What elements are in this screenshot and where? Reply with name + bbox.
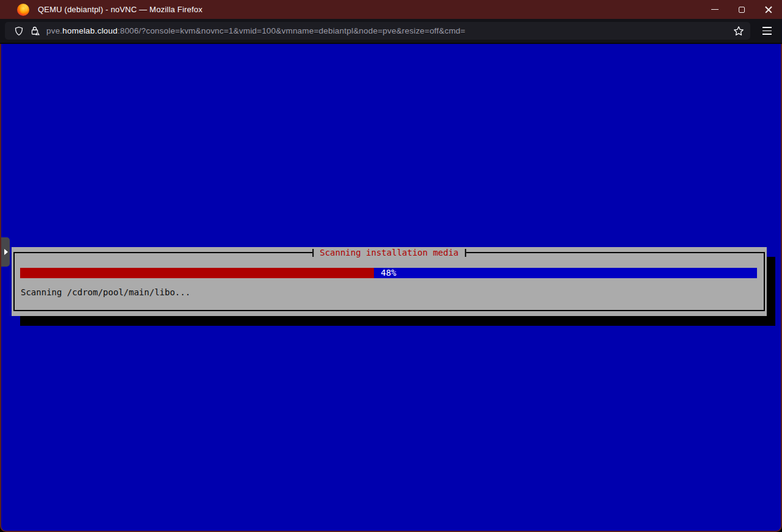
dialog-border — [13, 252, 765, 311]
maximize-icon — [739, 7, 745, 13]
close-icon — [765, 6, 772, 13]
vnc-screen[interactable]: Scanning installation media 48% Scanning… — [0, 44, 782, 532]
titlebar: QEMU (debiantpl) - noVNC — Mozilla Firef… — [0, 0, 782, 19]
novnc-controlbar-handle[interactable] — [1, 237, 10, 267]
url-prefix: pve. — [46, 26, 62, 35]
url-suffix: :8006/?console=kvm&novnc=1&vmid=100&vmna… — [118, 26, 465, 35]
window-controls — [701, 0, 782, 19]
url-toolbar: pve.homelab.cloud:8006/?console=kvm&novn… — [0, 19, 782, 44]
menu-hamburger-icon[interactable] — [756, 22, 777, 40]
url-domain: homelab.cloud — [62, 26, 117, 35]
installer-dialog: Scanning installation media 48% Scanning… — [12, 247, 767, 316]
url-bar[interactable]: pve.homelab.cloud:8006/?console=kvm&novn… — [5, 22, 750, 40]
close-button[interactable] — [755, 0, 782, 19]
title-tick-right — [465, 249, 466, 257]
window-title: QEMU (debiantpl) - noVNC — Mozilla Firef… — [38, 5, 203, 14]
firefox-window: QEMU (debiantpl) - noVNC — Mozilla Firef… — [0, 0, 782, 532]
dialog-title-bar: Scanning installation media — [312, 248, 466, 258]
url-input[interactable]: pve.homelab.cloud:8006/?console=kvm&novn… — [46, 26, 731, 35]
minimize-button[interactable] — [701, 0, 728, 19]
progress-bar: 48% — [20, 268, 757, 278]
dialog-status-text: Scanning /cdrom/pool/main/libo... — [21, 287, 190, 297]
maximize-button[interactable] — [728, 0, 755, 19]
expand-arrow-icon — [4, 249, 8, 255]
dialog-title: Scanning installation media — [314, 248, 465, 258]
progress-percent-label: 48% — [20, 268, 757, 278]
shield-icon[interactable] — [11, 23, 27, 39]
firefox-icon — [17, 4, 29, 16]
insecure-lock-icon[interactable] — [27, 23, 43, 39]
minimize-icon — [711, 9, 719, 10]
bookmark-star-icon[interactable] — [731, 23, 747, 39]
